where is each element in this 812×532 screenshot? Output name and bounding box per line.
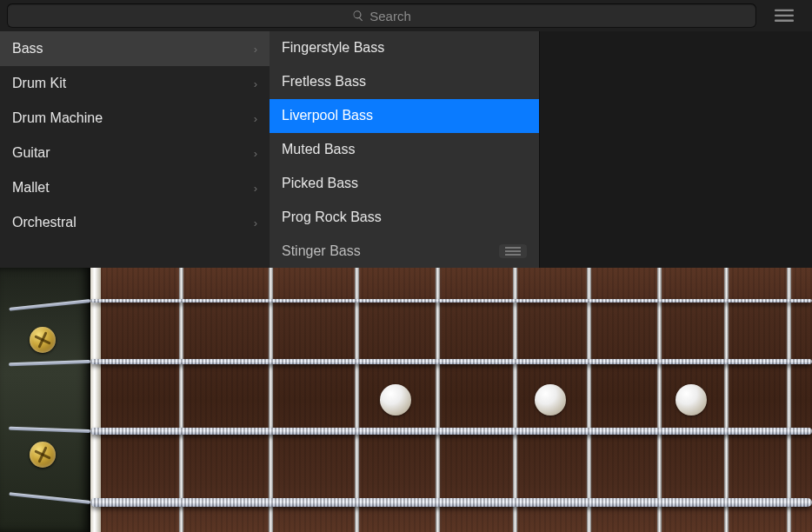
svg-rect-0 [775,10,794,11]
chevron-right-icon: › [254,147,257,160]
drag-handle-icon[interactable] [499,244,527,258]
fret-marker-dot [535,384,566,416]
preset-item[interactable]: Fretless Bass [270,65,539,99]
chevron-right-icon: › [254,216,257,229]
chevron-right-icon: › [254,43,257,56]
category-item[interactable]: Drum Kit› [0,66,270,101]
category-label: Guitar [12,145,50,161]
fret [587,268,591,532]
category-item[interactable]: Mallet› [0,170,270,205]
bass-string[interactable] [0,498,812,507]
preset-item[interactable]: Muted Bass [270,133,539,167]
bass-string[interactable] [0,357,812,366]
search-placeholder: Search [369,9,411,23]
preset-label: Liverpool Bass [282,108,373,123]
fret [355,268,359,532]
preset-item[interactable]: Fingerstyle Bass [270,31,539,65]
menu-button[interactable] [763,3,805,28]
preset-label: Fingerstyle Bass [282,40,384,56]
fret [787,268,791,532]
hamburger-icon [775,9,794,23]
fret-marker-dot [380,384,411,416]
bass-fretboard[interactable] [0,268,812,532]
preset-label: Picked Bass [282,176,358,191]
preset-item[interactable]: Stinger Bass [270,234,539,268]
bass-neck[interactable] [101,268,812,532]
category-label: Bass [12,41,43,57]
tuning-screw [30,442,56,468]
preset-label: Prog Rock Bass [282,209,382,225]
bass-nut [90,268,101,532]
fret [179,268,183,532]
search-input[interactable]: Search [7,3,756,28]
preset-label: Stinger Bass [282,243,361,259]
fret [269,268,273,532]
fret [724,268,729,532]
category-label: Orchestral [12,215,77,230]
search-icon [352,10,364,22]
category-item[interactable]: Guitar› [0,136,270,170]
preset-item[interactable]: Prog Rock Bass [270,200,539,234]
category-list: Bass›Drum Kit›Drum Machine›Guitar›Mallet… [0,31,270,268]
bass-string[interactable] [0,296,812,305]
svg-rect-1 [775,15,794,17]
category-label: Drum Machine [12,110,103,126]
fret [513,268,517,532]
fret [657,268,662,532]
bass-string[interactable] [0,427,812,436]
chevron-right-icon: › [254,77,257,90]
tuning-screw [30,327,56,353]
preset-item[interactable]: Picked Bass [270,166,539,200]
chevron-right-icon: › [254,112,257,125]
fret-marker-dot [676,384,707,416]
preset-label: Fretless Bass [282,74,366,90]
category-item[interactable]: Bass› [0,31,270,66]
preset-item[interactable]: Liverpool Bass [270,99,539,133]
svg-rect-2 [775,20,794,22]
fret [436,268,440,532]
preset-list: Fingerstyle BassFretless BassLiverpool B… [270,31,539,268]
category-item[interactable]: Drum Machine› [0,101,270,136]
category-label: Drum Kit [12,76,66,91]
chevron-right-icon: › [254,182,257,195]
category-label: Mallet [12,180,50,196]
preset-label: Muted Bass [282,142,355,157]
category-item[interactable]: Orchestral› [0,205,270,240]
